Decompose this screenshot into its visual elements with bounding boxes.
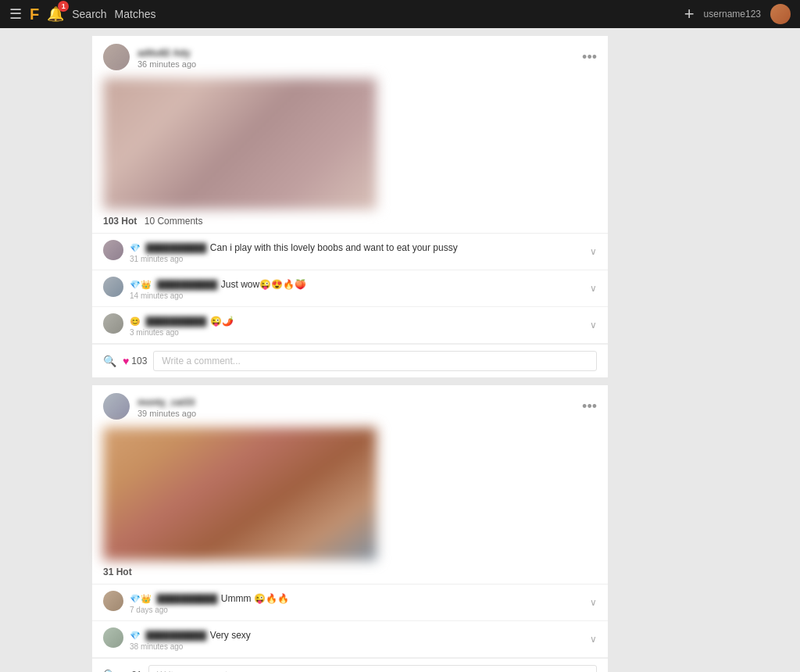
nav-username: username123	[704, 9, 761, 20]
post-timestamp: 36 minutes ago	[138, 59, 196, 69]
avatar	[103, 277, 123, 297]
nav-right: + username123	[684, 4, 791, 24]
search-icon: 🔍	[103, 355, 116, 367]
comment-icons: 💎	[130, 631, 141, 640]
avatar	[103, 627, 123, 648]
comment-count: 10 Comments	[145, 216, 203, 227]
post-header-left: monty_cat33 39 minutes ago	[103, 393, 196, 420]
chevron-down-icon[interactable]: ∨	[590, 320, 597, 331]
post-image	[103, 78, 377, 209]
comment-time: 14 minutes ago	[130, 291, 584, 300]
avatar[interactable]	[103, 44, 130, 70]
main-feed: aditu82 Ady 36 minutes ago ••• 103 Hot 1…	[92, 28, 608, 672]
comment-time: 38 minutes ago	[130, 642, 584, 651]
post-image	[103, 427, 377, 560]
avatar	[103, 313, 123, 334]
notification-badge: 1	[58, 1, 69, 12]
comment-input[interactable]	[148, 665, 597, 672]
chevron-down-icon[interactable]: ∨	[590, 246, 597, 257]
chevron-down-icon[interactable]: ∨	[590, 634, 597, 645]
comment-text: Ummm 😜🔥🔥	[221, 593, 289, 604]
comment-icons: 💎	[130, 243, 141, 252]
notification-bell-wrapper[interactable]: 🔔 1	[47, 5, 64, 23]
comment-username[interactable]: ██████████	[145, 316, 206, 326]
more-options-icon[interactable]: •••	[582, 49, 597, 66]
heart-count: ♥ 103	[123, 355, 147, 367]
comment-body: 💎👑 ██████████ Ummm 😜🔥🔥 7 days ago	[130, 591, 584, 614]
more-options-icon[interactable]: •••	[582, 399, 597, 415]
comment-time: 31 minutes ago	[130, 255, 584, 263]
avatar	[103, 591, 123, 611]
like-count: 103	[131, 356, 147, 366]
comment-body: 😊 ██████████ 😜🌶️ 3 minutes ago	[130, 313, 584, 337]
hot-count: 103 Hot	[103, 216, 137, 227]
comment-body: 💎👑 ██████████ Just wow😜😍🔥🍑 14 minutes ag…	[130, 277, 584, 300]
comment-input[interactable]	[153, 351, 597, 371]
user-info: aditu82 Ady 36 minutes ago	[138, 45, 196, 69]
heart-icon: ♥	[123, 669, 129, 672]
post-header-left: aditu82 Ady 36 minutes ago	[103, 44, 196, 70]
comment-icons: 💎👑	[130, 594, 152, 603]
comment-input-row: 🔍 ♥ 103	[92, 344, 608, 377]
post-card: monty_cat33 39 minutes ago ••• 31 Hot 💎👑…	[92, 385, 608, 672]
comment-body: 💎 ██████████ Can i play with this lovely…	[130, 240, 584, 263]
search-icon: 🔍	[103, 669, 116, 672]
comment-row: 😊 ██████████ 😜🌶️ 3 minutes ago ∨	[92, 307, 608, 344]
comment-icons: 💎👑	[130, 280, 152, 289]
add-button[interactable]: +	[684, 4, 695, 24]
comments-section: 💎 ██████████ Can i play with this lovely…	[92, 234, 608, 344]
comment-time: 7 days ago	[130, 606, 584, 614]
comment-icons: 😊	[130, 316, 141, 326]
post-username[interactable]: aditu82 Ady	[138, 48, 191, 59]
chevron-down-icon[interactable]: ∨	[590, 597, 597, 608]
avatar	[103, 240, 123, 260]
post-stats: 31 Hot	[92, 560, 608, 584]
comment-username[interactable]: ██████████	[145, 631, 206, 640]
nav-left: ☰ F 🔔 1 Search Matches	[9, 5, 156, 23]
comment-row: 💎 ██████████ Very sexy 38 minutes ago ∨	[92, 621, 608, 658]
comment-text: Just wow😜😍🔥🍑	[221, 279, 306, 290]
avatar[interactable]	[103, 393, 130, 420]
comment-time: 3 minutes ago	[130, 328, 584, 337]
hot-count: 31 Hot	[103, 567, 132, 577]
comment-username[interactable]: ██████████	[145, 243, 206, 252]
comment-username[interactable]: ██████████	[156, 594, 217, 603]
logo-icon[interactable]: F	[30, 5, 39, 23]
chevron-down-icon[interactable]: ∨	[590, 283, 597, 294]
comment-username[interactable]: ██████████	[156, 280, 217, 289]
comments-section: 💎👑 ██████████ Ummm 😜🔥🔥 7 days ago ∨ 💎 ██…	[92, 584, 608, 658]
post-header: aditu82 Ady 36 minutes ago •••	[92, 36, 608, 78]
comment-row: 💎👑 ██████████ Just wow😜😍🔥🍑 14 minutes ag…	[92, 270, 608, 307]
top-navigation: ☰ F 🔔 1 Search Matches + username123	[0, 0, 800, 28]
comment-text: 😜🌶️	[210, 316, 234, 327]
heart-count: ♥ 31	[123, 669, 142, 672]
post-stats: 103 Hot 10 Comments	[92, 209, 608, 234]
search-nav-link[interactable]: Search	[72, 8, 106, 20]
post-header: monty_cat33 39 minutes ago •••	[92, 385, 608, 427]
comment-text: Can i play with this lovely boobs and wa…	[210, 242, 458, 253]
user-info: monty_cat33 39 minutes ago	[138, 395, 196, 418]
user-avatar-nav[interactable]	[770, 4, 791, 24]
comment-text: Very sexy	[210, 630, 251, 641]
comment-input-row: 🔍 ♥ 31	[92, 658, 608, 672]
hamburger-icon[interactable]: ☰	[9, 5, 22, 23]
post-username[interactable]: monty_cat33	[138, 397, 195, 408]
matches-nav-link[interactable]: Matches	[115, 8, 156, 20]
heart-icon: ♥	[123, 355, 129, 367]
post-card: aditu82 Ady 36 minutes ago ••• 103 Hot 1…	[92, 36, 608, 377]
comment-body: 💎 ██████████ Very sexy 38 minutes ago	[130, 627, 584, 651]
comment-row: 💎👑 ██████████ Ummm 😜🔥🔥 7 days ago ∨	[92, 584, 608, 621]
post-timestamp: 39 minutes ago	[138, 409, 196, 418]
comment-row: 💎 ██████████ Can i play with this lovely…	[92, 234, 608, 270]
